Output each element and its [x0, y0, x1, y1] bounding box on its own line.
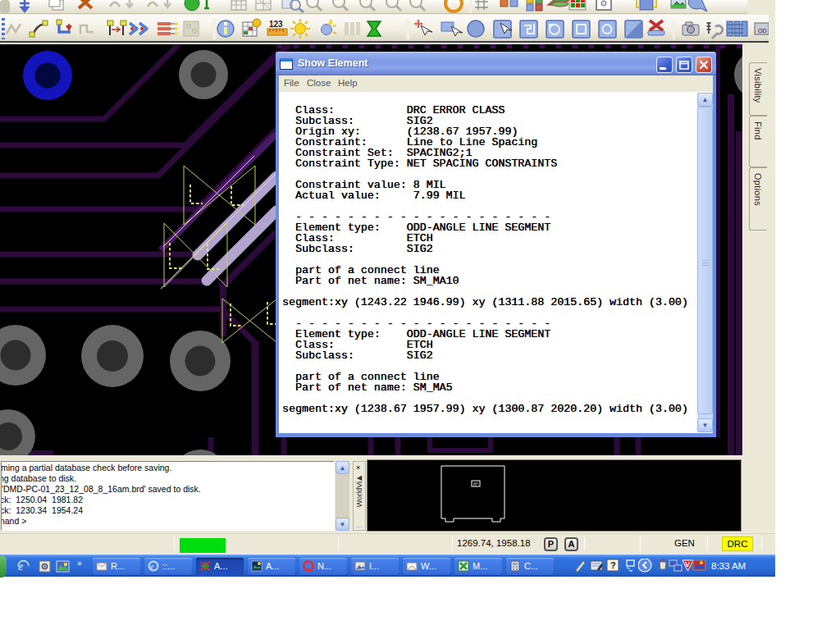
svg-text:OD: OD — [758, 28, 767, 34]
svg-text:e: e — [150, 562, 154, 571]
svg-text:?: ? — [610, 560, 616, 570]
svg-text:V: V — [685, 560, 690, 568]
svg-text:123: 123 — [269, 20, 283, 29]
